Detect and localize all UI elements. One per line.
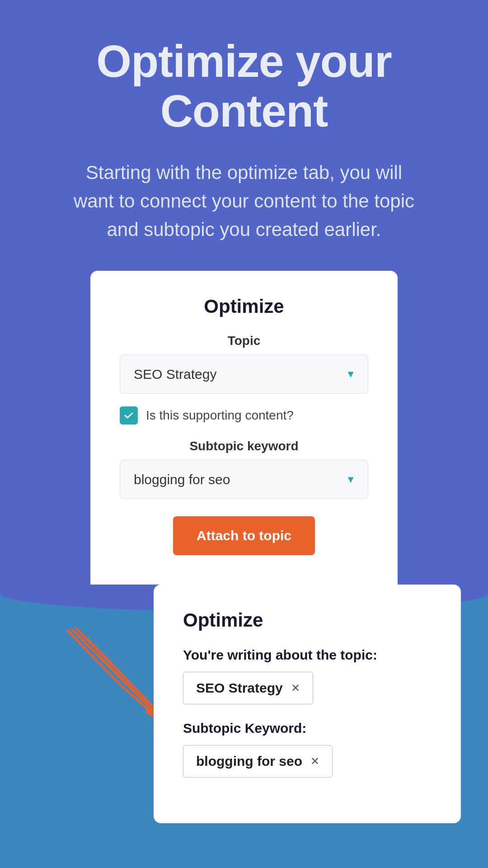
topic-select-wrapper: SEO Strategy ▼ xyxy=(120,354,368,394)
optimize-card-bottom: Optimize You're writing about the topic:… xyxy=(154,585,461,823)
topic-tag-text: SEO Strategy xyxy=(196,680,283,696)
topic-tag-close-icon[interactable]: ✕ xyxy=(291,682,300,694)
subtopic-tag-text: blogging for seo xyxy=(196,754,302,769)
optimize-card-top: Optimize Topic SEO Strategy ▼ Is this su… xyxy=(90,271,398,585)
topic-label: Topic xyxy=(120,334,368,348)
middle-section: Optimize You're writing about the topic:… xyxy=(0,585,488,859)
writing-about-label: You're writing about the topic: xyxy=(183,647,432,663)
supporting-content-label: Is this supporting content? xyxy=(146,408,294,423)
supporting-content-row: Is this supporting content? xyxy=(120,406,368,425)
hero-title: Optimize your Content xyxy=(27,36,461,136)
topic-select[interactable]: SEO Strategy xyxy=(120,354,368,394)
card-bottom-title: Optimize xyxy=(183,609,432,631)
subtopic-select[interactable]: blogging for seo xyxy=(120,460,368,499)
topic-tag: SEO Strategy ✕ xyxy=(183,672,313,704)
subtopic-tag: blogging for seo ✕ xyxy=(183,745,333,778)
subtopic-tag-close-icon[interactable]: ✕ xyxy=(310,755,319,768)
subtopic-label: Subtopic keyword xyxy=(120,439,368,453)
bottom-background xyxy=(0,859,488,868)
checkmark-icon xyxy=(123,410,134,421)
hero-section: Optimize your Content Starting with the … xyxy=(0,0,488,585)
hero-subtitle: Starting with the optimize tab, you will… xyxy=(68,158,420,244)
supporting-content-checkbox[interactable] xyxy=(120,406,138,425)
subtopic-keyword-label: Subtopic Keyword: xyxy=(183,721,432,736)
attach-to-topic-button[interactable]: Attach to topic xyxy=(173,516,315,555)
subtopic-select-wrapper: blogging for seo ▼ xyxy=(120,460,368,499)
card-top-title: Optimize xyxy=(120,296,368,317)
